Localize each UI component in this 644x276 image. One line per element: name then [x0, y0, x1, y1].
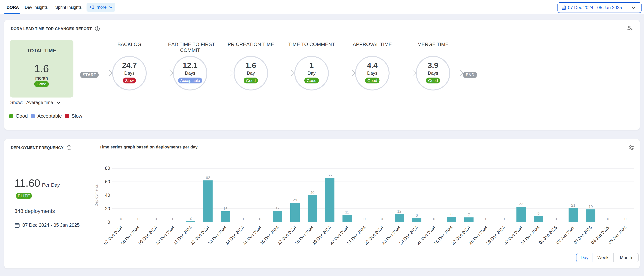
svg-text:20: 20 [105, 206, 110, 211]
svg-text:29 Dec 2024: 29 Dec 2024 [485, 225, 506, 246]
svg-text:0: 0 [624, 217, 626, 221]
svg-text:16: 16 [223, 207, 228, 211]
svg-text:31 Dec 2024: 31 Dec 2024 [520, 225, 540, 246]
svg-text:0: 0 [433, 217, 435, 221]
svg-text:6: 6 [416, 213, 418, 217]
svg-text:17: 17 [276, 206, 280, 210]
svg-text:19 Dec 2024: 19 Dec 2024 [311, 225, 332, 246]
svg-text:22 Dec 2024: 22 Dec 2024 [364, 225, 384, 246]
svg-text:0: 0 [242, 217, 244, 221]
svg-text:27 Dec 2024: 27 Dec 2024 [450, 225, 471, 246]
svg-text:24 Dec 2024: 24 Dec 2024 [398, 225, 419, 246]
svg-text:26 Dec 2024: 26 Dec 2024 [433, 225, 454, 246]
svg-text:66: 66 [328, 173, 332, 177]
svg-text:09 Dec 2024: 09 Dec 2024 [138, 225, 158, 246]
svg-text:03 Jan 2025: 03 Jan 2025 [573, 225, 593, 245]
svg-text:07 Dec 2024: 07 Dec 2024 [103, 225, 123, 246]
svg-text:10 Dec 2024: 10 Dec 2024 [155, 225, 175, 246]
svg-text:9: 9 [537, 211, 540, 216]
svg-text:30 Dec 2024: 30 Dec 2024 [503, 225, 523, 246]
svg-text:23 Dec 2024: 23 Dec 2024 [381, 225, 402, 246]
svg-text:17 Dec 2024: 17 Dec 2024 [277, 225, 297, 246]
svg-text:0: 0 [138, 217, 140, 221]
svg-text:13 Dec 2024: 13 Dec 2024 [207, 225, 228, 246]
svg-text:25 Dec 2024: 25 Dec 2024 [416, 225, 436, 246]
svg-text:0: 0 [259, 217, 261, 221]
svg-text:8: 8 [450, 212, 452, 216]
svg-text:04 Jan 2025: 04 Jan 2025 [590, 225, 610, 245]
svg-text:12 Dec 2024: 12 Dec 2024 [190, 225, 210, 246]
svg-text:14 Dec 2024: 14 Dec 2024 [224, 225, 245, 246]
svg-text:05 Jan 2025: 05 Jan 2025 [608, 225, 628, 245]
svg-text:28 Dec 2024: 28 Dec 2024 [468, 225, 488, 246]
svg-text:18 Dec 2024: 18 Dec 2024 [294, 225, 314, 246]
svg-text:23: 23 [519, 202, 523, 206]
svg-text:0: 0 [172, 217, 174, 221]
svg-text:11 Dec 2024: 11 Dec 2024 [172, 225, 193, 245]
svg-text:0: 0 [381, 217, 383, 221]
svg-text:0: 0 [155, 217, 157, 221]
svg-text:15 Dec 2024: 15 Dec 2024 [242, 225, 262, 246]
svg-text:0: 0 [555, 217, 557, 221]
svg-text:0: 0 [364, 217, 366, 221]
svg-text:12: 12 [397, 209, 401, 213]
svg-text:2: 2 [190, 216, 192, 220]
svg-text:16 Dec 2024: 16 Dec 2024 [259, 225, 280, 246]
svg-text:08 Dec 2024: 08 Dec 2024 [120, 225, 140, 246]
svg-text:29: 29 [293, 198, 297, 202]
svg-text:62: 62 [206, 176, 210, 180]
svg-text:80: 80 [105, 166, 110, 171]
svg-text:40: 40 [310, 190, 314, 195]
svg-text:21: 21 [571, 203, 575, 207]
svg-text:7: 7 [468, 213, 470, 217]
svg-text:0: 0 [485, 217, 487, 221]
svg-text:20 Dec 2024: 20 Dec 2024 [329, 225, 349, 246]
svg-text:02 Jan 2025: 02 Jan 2025 [556, 225, 576, 245]
svg-text:01 Jan 2025: 01 Jan 2025 [538, 225, 558, 245]
svg-text:11: 11 [345, 210, 349, 214]
svg-text:0: 0 [108, 220, 110, 225]
svg-text:Deployments: Deployments [94, 184, 98, 207]
svg-text:0: 0 [503, 217, 505, 221]
svg-text:60: 60 [105, 179, 110, 184]
svg-text:19: 19 [588, 205, 593, 209]
svg-text:21 Dec 2024: 21 Dec 2024 [346, 225, 366, 246]
svg-text:0: 0 [120, 217, 122, 221]
svg-text:40: 40 [105, 193, 110, 198]
svg-text:0: 0 [607, 217, 609, 221]
